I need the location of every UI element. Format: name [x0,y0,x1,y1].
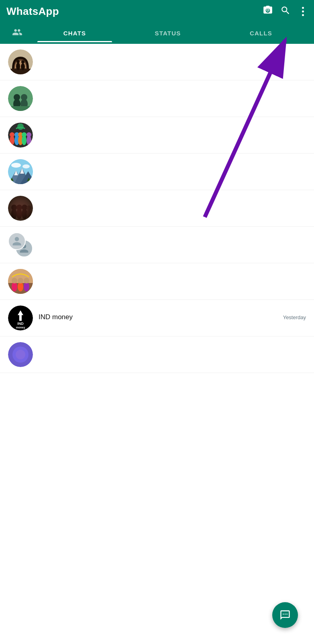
chat-item[interactable] [0,336,314,373]
svg-point-16 [10,132,14,137]
chat-content [39,207,306,209]
avatar [8,269,33,294]
app-title: WhatsApp [6,5,59,18]
svg-point-7 [21,60,24,64]
chat-content [39,61,306,63]
avatar [8,123,33,148]
svg-point-10 [14,94,20,100]
chat-content [39,134,306,136]
more-options-button[interactable] [298,7,308,16]
tab-calls[interactable]: CALLS [214,24,308,42]
chat-meta: IND money Yesterday [39,313,306,321]
camera-icon[interactable] [263,5,273,18]
avatar [8,159,33,184]
chat-content [39,171,306,172]
chat-content [39,354,306,355]
svg-point-4 [16,62,20,70]
community-icon[interactable] [6,22,28,44]
svg-point-64 [16,350,25,359]
tab-status[interactable]: STATUS [121,24,214,42]
svg-point-28 [11,163,21,168]
svg-rect-13 [10,106,31,111]
chat-item[interactable] [0,227,314,263]
svg-point-22 [22,132,27,137]
header: WhatsApp [0,0,314,44]
chat-name-ind-money: IND money [39,313,73,321]
avatar [8,232,33,257]
chat-time-ind-money: Yesterday [283,314,306,320]
avatar-ind-money: IND money [8,306,33,330]
avatar [8,86,33,111]
chat-content [39,281,306,282]
svg-point-55 [18,278,23,283]
chat-list: IND money IND money Yesterday [0,44,314,373]
chat-item-ind-money[interactable]: IND money IND money Yesterday [0,300,314,336]
header-top: WhatsApp [6,5,308,22]
chat-content [39,98,306,99]
chat-content-ind-money: IND money Yesterday [39,313,306,323]
svg-text:IND: IND [17,322,24,326]
svg-rect-3 [10,69,31,74]
chat-item[interactable] [0,263,314,300]
chat-item[interactable] [0,117,314,154]
avatar [8,342,33,367]
avatar [8,49,33,74]
tab-bar: CHATS STATUS CALLS [6,22,308,44]
svg-text:money: money [16,326,25,329]
svg-point-53 [12,278,17,283]
chat-item[interactable] [0,154,314,190]
svg-point-5 [16,60,20,63]
svg-rect-48 [8,196,33,221]
chat-item[interactable] [0,44,314,80]
svg-point-6 [21,63,25,70]
svg-point-24 [27,132,31,137]
chat-item[interactable] [0,80,314,117]
header-actions [263,5,308,18]
svg-point-12 [21,94,27,100]
avatar [8,196,33,221]
new-chat-fab[interactable] [272,602,298,628]
svg-point-57 [24,278,29,283]
search-icon[interactable] [280,5,291,18]
chat-content [39,244,306,246]
chat-item[interactable] [0,190,314,227]
svg-point-29 [22,164,30,168]
tab-chats[interactable]: CHATS [28,24,121,42]
